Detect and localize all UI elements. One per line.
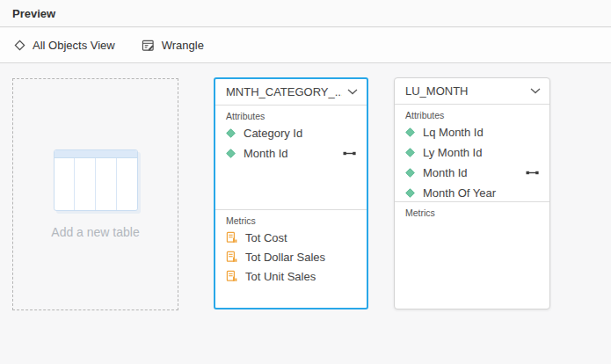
orange-metric-icon (226, 251, 237, 263)
preview-toolbar: All Objects View Wrangle (0, 28, 611, 63)
metrics-section-label: Metrics (215, 210, 367, 228)
metrics-section-label: Metrics (395, 202, 549, 220)
attribute-name: Month Of Year (423, 186, 496, 200)
green-diamond-icon (226, 149, 236, 158)
table-card-lu-month[interactable]: LU_MONTH Attributes Lq Month Id Ly Month… (394, 77, 550, 309)
table-card-mnth-category[interactable]: MNTH_CATEGORY_... Attributes Category Id… (214, 77, 368, 309)
tables-canvas: Add a new table MNTH_CATEGORY_... Attrib… (0, 64, 611, 364)
table-name-dropdown[interactable]: MNTH_CATEGORY_... (215, 79, 367, 106)
chevron-down-icon[interactable] (530, 88, 541, 94)
table-name: MNTH_CATEGORY_... (226, 85, 342, 98)
attributes-list: Lq Month Id Ly Month Id Month Id Month O… (395, 122, 549, 203)
add-new-table-label: Add a new table (51, 225, 139, 239)
add-new-table-dropzone[interactable]: Add a new table (12, 78, 178, 310)
green-diamond-icon (405, 127, 415, 137)
metrics-list: Tot Cost Tot Dollar Sales Tot Unit Sales (215, 228, 367, 286)
all-objects-view-label: All Objects View (33, 39, 115, 52)
wrangle-edit-icon (142, 40, 155, 52)
metric-name: Tot Dollar Sales (245, 251, 325, 264)
wrangle-label: Wrangle (162, 39, 204, 52)
preview-panel-header: Preview (0, 0, 611, 27)
attribute-name: Month Id (244, 147, 288, 160)
chevron-down-icon[interactable] (347, 89, 358, 95)
wrangle-button[interactable]: Wrangle (142, 39, 204, 52)
green-diamond-icon (405, 188, 415, 198)
attribute-row[interactable]: Category Id (215, 123, 367, 143)
orange-metric-icon (226, 270, 237, 282)
attribute-row[interactable]: Lq Month Id (395, 122, 549, 142)
join-link-icon (343, 150, 356, 157)
table-name: LU_MONTH (405, 84, 469, 98)
attribute-name: Ly Month Id (423, 146, 482, 159)
attributes-section-label: Attributes (395, 105, 549, 122)
metric-row[interactable]: Tot Cost (215, 228, 367, 247)
attributes-list: Category Id Month Id (215, 123, 367, 164)
table-name-dropdown[interactable]: LU_MONTH (395, 78, 549, 105)
attribute-name: Lq Month Id (423, 126, 484, 139)
attributes-section-label: Attributes (215, 106, 367, 123)
all-objects-view-button[interactable]: All Objects View (14, 39, 115, 52)
metrics-section: Metrics Tot Cost Tot Dollar Sales Tot Un (215, 210, 367, 308)
attribute-name: Month Id (423, 166, 468, 179)
metric-name: Tot Unit Sales (245, 270, 316, 283)
green-diamond-icon (405, 168, 415, 178)
attribute-row[interactable]: Month Id (215, 143, 367, 164)
join-link-icon (526, 170, 539, 176)
metrics-section: Metrics (395, 202, 549, 309)
orange-metric-icon (226, 231, 237, 244)
attribute-row[interactable]: Month Id (395, 163, 549, 183)
attributes-section: Attributes Lq Month Id Ly Month Id Month… (395, 105, 549, 202)
panel-title: Preview (12, 7, 55, 20)
attribute-row[interactable]: Ly Month Id (395, 142, 549, 163)
attribute-name: Category Id (244, 127, 302, 140)
table-placeholder-icon (54, 149, 138, 211)
metric-row[interactable]: Tot Unit Sales (215, 266, 367, 286)
attributes-section: Attributes Category Id Month Id (215, 106, 367, 210)
attribute-row[interactable]: Month Of Year (395, 183, 549, 203)
metric-row[interactable]: Tot Dollar Sales (215, 247, 367, 266)
green-diamond-icon (226, 128, 236, 138)
diamond-outline-icon (14, 40, 25, 51)
metric-name: Tot Cost (245, 231, 287, 244)
green-diamond-icon (405, 148, 415, 157)
